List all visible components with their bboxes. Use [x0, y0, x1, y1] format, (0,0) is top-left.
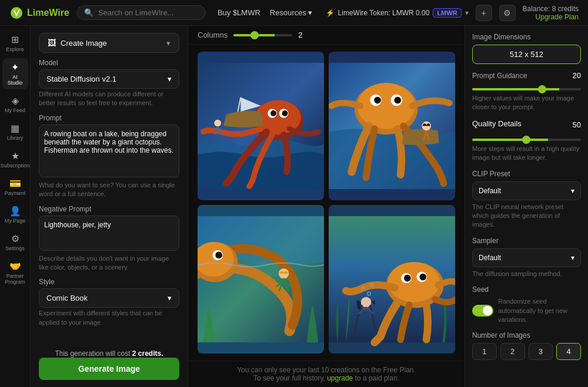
model-section: Model Stable Diffusion v2.1 ▾ Different …	[39, 59, 179, 108]
search-bar[interactable]: 🔍	[76, 5, 206, 20]
image-2-svg	[329, 52, 455, 200]
cost-text: This generation will cost 2 credits.	[39, 349, 179, 358]
lightning-icon: ⚡	[326, 9, 335, 17]
prompt-guidance-label: Prompt Guidance	[472, 72, 527, 80]
image-4-svg	[329, 205, 455, 354]
image-dimensions-section: Image Dimensions 512 x 512	[472, 33, 581, 64]
upgrade-link[interactable]: upgrade	[327, 374, 353, 382]
style-section: Style Comic Book ▾ Experiment with diffe…	[39, 278, 179, 327]
style-label: Style	[39, 278, 179, 286]
sampler-value: Default	[479, 254, 501, 262]
my-page-icon: 👤	[9, 206, 21, 217]
neg-prompt-hint: Describe details you don't want in your …	[39, 254, 179, 272]
resources-link[interactable]: Resources ▾	[270, 8, 312, 17]
num-images-4-button[interactable]: 4	[556, 343, 581, 360]
main-layout: ⊞ Explore ✦ AI Studio ◈ My Feed ▦ Librar…	[0, 26, 588, 387]
lmwr-badge: LMWR	[433, 8, 461, 18]
settings-icon-btn[interactable]: ⚙	[499, 5, 516, 21]
num-images-label: Number of Images	[472, 331, 581, 339]
sidebar-item-label-my-page: My Page	[5, 218, 26, 224]
num-images-3-button[interactable]: 3	[529, 343, 553, 360]
sampler-section: Sampler Default ▾ The diffusion sampling…	[472, 237, 581, 278]
svg-point-8	[214, 120, 221, 127]
sidebar-item-ai-studio[interactable]: ✦ AI Studio	[2, 58, 28, 89]
generate-button[interactable]: Generate Image	[39, 358, 179, 380]
quality-section: Quality Details 50 More steps will resul…	[472, 119, 581, 163]
right-panel: Image Dimensions 512 x 512 Prompt Guidan…	[465, 26, 588, 387]
svg-point-25	[388, 262, 440, 302]
generated-image-2[interactable]	[329, 52, 455, 200]
logo: LimeWire	[9, 6, 69, 20]
create-chevron-icon: ▾	[166, 39, 171, 48]
columns-slider[interactable]	[233, 34, 292, 36]
style-dropdown[interactable]: Comic Book ▾	[39, 288, 179, 308]
sampler-hint: The diffusion sampling method.	[472, 270, 581, 278]
search-input[interactable]	[98, 8, 192, 17]
quality-hint: More steps will result in a high quality…	[472, 144, 581, 163]
neg-prompt-input[interactable]: Lighthouse, pier, jetty	[39, 216, 179, 251]
neg-prompt-section: Negative Prompt Lighthouse, pier, jetty …	[39, 205, 179, 272]
sidebar-item-label-explore: Explore	[6, 46, 24, 52]
quality-slider[interactable]	[472, 139, 581, 141]
sidebar-item-library[interactable]: ▦ Library	[2, 119, 28, 144]
num-images-section: Number of Images 1 2 3 4	[472, 331, 581, 360]
sampler-chevron-icon: ▾	[571, 254, 574, 262]
prompt-input[interactable]: A rowing boat on a lake, being dragged b…	[39, 124, 179, 177]
prompt-guidance-hint: Higher values will make your image close…	[472, 94, 581, 112]
nav-right: ⚡ LimeWire Token: LMWR 0.00 LMWR ▾ + ⚙ B…	[326, 5, 579, 21]
generated-image-4[interactable]	[329, 205, 455, 354]
neg-prompt-label: Negative Prompt	[39, 205, 179, 213]
model-value: Stable Diffusion v2.1	[46, 75, 116, 83]
buy-lmwr-link[interactable]: Buy $LMWR	[218, 8, 260, 17]
sidebar-item-explore[interactable]: ⊞ Explore	[2, 31, 28, 56]
clip-preset-section: CLIP Preset Default ▾ The CLIP neural ne…	[472, 170, 581, 230]
clip-preset-hint: The CLIP neural network preset which gui…	[472, 203, 581, 230]
prompt-guidance-slider[interactable]	[472, 88, 581, 90]
clip-preset-value: Default	[479, 187, 501, 195]
sidebar-item-my-page[interactable]: 👤 My Page	[2, 202, 28, 227]
generated-image-1[interactable]	[198, 52, 324, 200]
style-hint: Experiment with different styles that ca…	[39, 309, 179, 327]
model-chevron-icon: ▾	[168, 75, 172, 83]
sidebar-item-payment[interactable]: 💳 Payment	[2, 174, 28, 200]
style-value: Comic Book	[46, 294, 88, 302]
image-1-svg	[198, 52, 324, 200]
token-badge: ⚡ LimeWire Token: LMWR 0.00 LMWR ▾	[326, 8, 469, 18]
clip-preset-dropdown[interactable]: Default ▾	[472, 181, 581, 200]
num-images-1-button[interactable]: 1	[472, 343, 497, 360]
prompt-guidance-value: 20	[573, 71, 581, 80]
svg-point-7	[282, 110, 288, 116]
svg-point-27	[404, 275, 411, 282]
image-3-svg	[198, 205, 324, 354]
resources-chevron-icon: ▾	[308, 8, 312, 17]
sidebar-item-subscription[interactable]: ★ Subscription	[2, 147, 28, 172]
dimensions-label: Image Dimensions	[472, 33, 581, 41]
add-btn[interactable]: +	[476, 5, 492, 21]
explore-icon: ⊞	[11, 34, 19, 45]
columns-bar: Columns 2	[188, 26, 465, 45]
sidebar-item-label-my-feed: My Feed	[5, 107, 25, 113]
create-image-button[interactable]: 🖼 Create Image ▾	[39, 33, 179, 53]
clip-preset-chevron-icon: ▾	[571, 187, 574, 195]
generated-image-3[interactable]	[198, 205, 324, 354]
sampler-dropdown[interactable]: Default ▾	[472, 248, 581, 267]
num-images-row: 1 2 3 4	[472, 343, 581, 360]
bottom-notice: You can only see your last 10 creations …	[188, 361, 465, 387]
my-feed-icon: ◈	[12, 95, 19, 106]
search-icon: 🔍	[84, 8, 93, 17]
sidebar-item-label-subscription: Subscription	[1, 163, 30, 169]
left-panel: 🖼 Create Image ▾ Model Stable Diffusion …	[31, 26, 188, 387]
upgrade-plan-link[interactable]: Upgrade Plan	[536, 13, 579, 21]
sidebar-item-my-feed[interactable]: ◈ My Feed	[2, 92, 28, 117]
icon-nav: ⊞ Explore ✦ AI Studio ◈ My Feed ▦ Librar…	[0, 26, 31, 387]
generate-section: This generation will cost 2 credits. Gen…	[39, 349, 179, 380]
model-dropdown[interactable]: Stable Diffusion v2.1 ▾	[39, 69, 179, 89]
clip-preset-label: CLIP Preset	[472, 170, 581, 178]
dimension-button[interactable]: 512 x 512	[472, 45, 581, 64]
sidebar-item-partner[interactable]: 🤝 Partner Program	[2, 257, 28, 288]
prompt-guidance-section: Prompt Guidance 20 Higher values will ma…	[472, 71, 581, 112]
sidebar-item-settings[interactable]: ⚙ Settings	[2, 230, 28, 255]
num-images-2-button[interactable]: 2	[500, 343, 525, 360]
seed-toggle[interactable]	[472, 305, 493, 317]
quality-details-label: Quality Details	[472, 119, 522, 128]
